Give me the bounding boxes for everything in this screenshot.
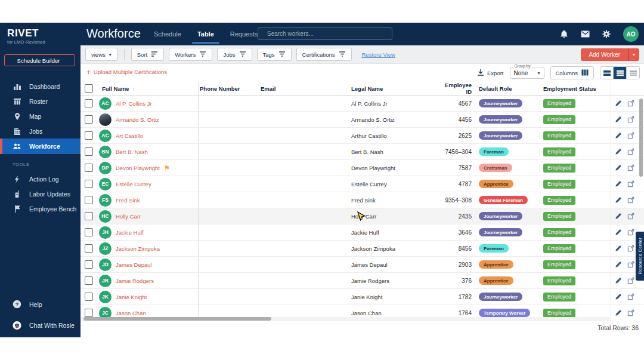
search-input[interactable]: [266, 30, 388, 38]
worker-name-link[interactable]: Holly Carr: [116, 213, 141, 220]
row-checkbox[interactable]: [85, 131, 93, 140]
select-all-checkbox[interactable]: [85, 84, 93, 93]
table-row[interactable]: HC Holly Carr ⚑ Holly Carr 2435 Journeyw…: [80, 208, 644, 224]
edit-icon[interactable]: [615, 164, 622, 171]
vertical-scrollbar[interactable]: [639, 99, 643, 177]
column-header-legal-name[interactable]: Legal Name: [351, 85, 438, 92]
upload-certifications-link[interactable]: + Upload Multiple Certifications: [86, 69, 167, 75]
edit-icon[interactable]: [615, 229, 622, 236]
worker-name-link[interactable]: Jamie Rodgers: [116, 278, 154, 284]
worker-name-link[interactable]: Jackson Zimpoka: [116, 245, 160, 252]
worker-name-link[interactable]: Estelle Currey: [116, 181, 151, 187]
schedule-builder-button[interactable]: Schedule Builder: [4, 54, 75, 66]
row-checkbox[interactable]: [85, 244, 93, 253]
edit-icon[interactable]: [615, 293, 622, 300]
open-icon[interactable]: [627, 164, 634, 171]
density-compact-button[interactable]: [626, 67, 639, 79]
row-checkbox[interactable]: [85, 260, 93, 269]
sort-filter-button[interactable]: Sort: [131, 48, 164, 61]
column-header-employment-status[interactable]: Employment Status: [538, 85, 611, 92]
certifications-filter-button[interactable]: Certifications: [296, 48, 352, 61]
open-icon[interactable]: [627, 148, 634, 155]
worker-name-link[interactable]: Jason Chan: [116, 310, 146, 316]
settings-icon[interactable]: [602, 30, 611, 38]
workers-filter-button[interactable]: Workers: [169, 48, 212, 61]
resource-center-tab[interactable]: Resource Center: [636, 232, 644, 281]
open-icon[interactable]: [627, 180, 634, 187]
messages-icon[interactable]: [581, 30, 590, 38]
worker-name-link[interactable]: Jackie Huff: [116, 229, 144, 236]
table-row[interactable]: AC Al P. Collins Jr ⚑ Al P. Collins Jr 4…: [80, 96, 644, 112]
open-icon[interactable]: [627, 229, 634, 236]
worker-name-link[interactable]: Janie Knight: [116, 294, 147, 300]
table-row[interactable]: JK Janie Knight ⚑ Janie Knight 1782 Jour…: [80, 289, 644, 305]
jobs-filter-button[interactable]: Jobs: [217, 48, 252, 61]
row-checkbox[interactable]: [85, 228, 93, 236]
search-box[interactable]: [258, 27, 392, 40]
table-row[interactable]: FS Fred Sink ⚑ Fred Sink 9354–308 Genera…: [80, 192, 644, 208]
table-row[interactable]: JZ Jackson Zimpoka ⚑ Jackson Zimpoka 845…: [80, 241, 644, 257]
table-row[interactable]: BN Bert B. Nash ⚑ Bert B. Nash 7456–304 …: [80, 144, 644, 160]
open-icon[interactable]: [627, 245, 634, 252]
restore-view-link[interactable]: Restore View: [362, 51, 395, 58]
table-row[interactable]: JH Jackie Huff ⚑ Jackie Huff 3646 Journe…: [80, 224, 644, 241]
edit-icon[interactable]: [615, 213, 622, 220]
tab-schedule[interactable]: Schedule: [154, 23, 181, 45]
sidebar-item-labor-updates[interactable]: Labor Updates: [0, 186, 80, 201]
open-icon[interactable]: [627, 277, 634, 284]
open-icon[interactable]: [627, 309, 634, 316]
row-checkbox[interactable]: [85, 115, 93, 124]
column-header-full-name[interactable]: Full Name ↑: [97, 82, 199, 95]
edit-icon[interactable]: [615, 180, 622, 187]
density-comfortable-button[interactable]: [600, 67, 613, 79]
worker-name-link[interactable]: James Depaul: [116, 262, 152, 268]
sidebar-item-map[interactable]: Map: [0, 109, 80, 124]
row-checkbox[interactable]: [85, 276, 93, 285]
table-row[interactable]: DP Devon Playwright ⚑ Devon Playwright 7…: [80, 160, 644, 176]
row-checkbox[interactable]: [85, 196, 93, 204]
row-checkbox[interactable]: [85, 147, 93, 156]
open-icon[interactable]: [627, 196, 634, 204]
edit-icon[interactable]: [615, 196, 622, 204]
row-checkbox[interactable]: [85, 99, 93, 107]
worker-name-link[interactable]: Al P. Collins Jr: [116, 100, 152, 107]
edit-icon[interactable]: [615, 148, 622, 155]
sidebar-item-action-log[interactable]: Action Log: [0, 171, 80, 186]
column-header-default-role[interactable]: Default Role: [472, 85, 538, 92]
table-row[interactable]: JC Jason Chan ⚑ Jason Chan 1764 Temporar…: [80, 305, 644, 317]
notifications-icon[interactable]: [560, 30, 568, 38]
worker-name-link[interactable]: Art Castillo: [116, 133, 143, 139]
sidebar-item-workforce[interactable]: Workforce: [0, 139, 80, 154]
tab-table[interactable]: Table: [197, 23, 214, 45]
sidebar-item-roster[interactable]: Roster: [0, 94, 80, 109]
edit-icon[interactable]: [615, 100, 622, 107]
add-worker-button[interactable]: Add Worker ▾: [581, 48, 639, 61]
open-icon[interactable]: [627, 100, 634, 107]
tab-requests[interactable]: Requests: [230, 23, 258, 45]
open-icon[interactable]: [627, 116, 634, 123]
column-header-employee-id[interactable]: Employee ID: [438, 82, 472, 95]
sidebar-item-jobs[interactable]: Jobs: [0, 124, 80, 139]
row-checkbox[interactable]: [85, 293, 93, 301]
open-icon[interactable]: [627, 261, 634, 268]
sidebar-item-employee-bench[interactable]: Employee Bench: [0, 201, 80, 216]
edit-icon[interactable]: [615, 245, 622, 252]
table-row[interactable]: JR Jamie Rodgers ⚑ Jamie Rodgers 376 App…: [80, 273, 644, 289]
tags-filter-button[interactable]: Tags: [257, 48, 292, 61]
table-row[interactable]: EC Estelle Currey ⚑ Estelle Currey 4787 …: [80, 176, 644, 192]
table-row[interactable]: JD James Depaul ⚑ James Depaul 2903 Appr…: [80, 257, 644, 273]
horizontal-scrollbar[interactable]: [83, 317, 271, 321]
user-avatar[interactable]: AO: [623, 26, 639, 42]
open-icon[interactable]: [627, 293, 634, 300]
edit-icon[interactable]: [615, 309, 622, 316]
export-button[interactable]: Export: [477, 69, 503, 78]
table-row[interactable]: AC Art Castillo ⚑ Arthur Castillo 2625 J…: [80, 128, 644, 144]
worker-name-link[interactable]: Armando S. Ortiz: [116, 116, 159, 123]
table-row[interactable]: Armando S. Ortiz ⚑ Armando S. Ortiz 4456…: [80, 112, 644, 128]
sidebar-item-help[interactable]: ? Help: [0, 297, 80, 312]
column-header-phone[interactable]: Phone Number: [199, 85, 261, 92]
edit-icon[interactable]: [615, 277, 622, 284]
add-worker-caret[interactable]: ▾: [628, 48, 639, 61]
density-standard-button[interactable]: [613, 67, 626, 79]
edit-icon[interactable]: [615, 132, 622, 139]
